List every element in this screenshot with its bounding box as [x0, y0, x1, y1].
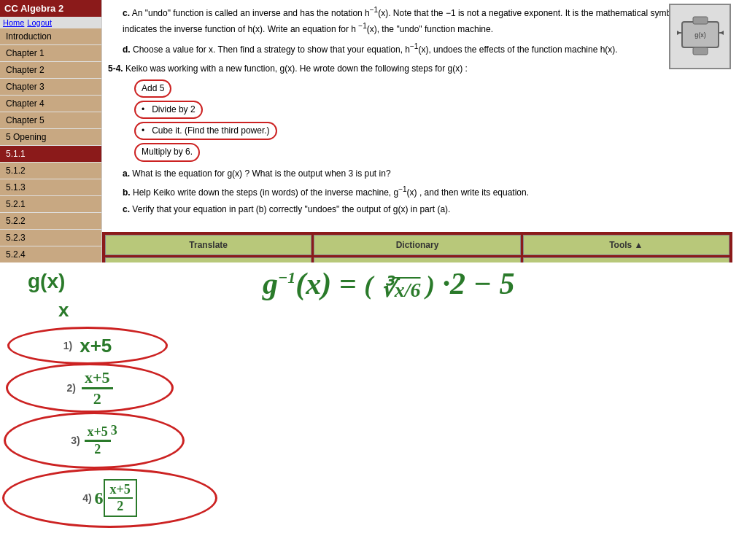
sidebar-item-chapter5[interactable]: Chapter 5 — [0, 112, 101, 129]
problem-c-text: c. An "undo" function is called an inver… — [123, 4, 731, 36]
qa-a: a. What is the equation for g(x) ? What … — [123, 167, 731, 181]
gx-label: g(x) — [28, 270, 65, 293]
dictionary-button[interactable]: Dictionary — [314, 235, 520, 255]
sidebar-item-chapter2[interactable]: Chapter 2 — [0, 62, 101, 79]
sidebar-item-513[interactable]: 5.1.3 — [0, 179, 101, 196]
content-area: c. An "undo" function is called an inver… — [102, 0, 740, 262]
problem-c-content: An "undo" function is called an inverse … — [123, 8, 695, 34]
step1-formula: x+5 — [80, 335, 112, 357]
svg-text:g(x): g(x) — [694, 31, 706, 39]
step4-oval: 4) 6 x+5 2 — [2, 468, 217, 528]
logout-link[interactable]: Logout — [27, 18, 52, 27]
handwriting-area: g(x) x 1) x+5 2) x+5 2 3) x+5 2 3 4) 6 x… — [0, 262, 747, 560]
step-divide2: • Divide by 2 — [134, 100, 731, 120]
svg-rect-2 — [693, 47, 708, 55]
home-link[interactable]: Home — [3, 18, 24, 27]
step2-numerator: x+5 — [82, 368, 113, 389]
qa-a-text: What is the equation for g(x) ? What is … — [132, 168, 390, 179]
sidebar-nav-links: Home Logout — [0, 17, 101, 28]
problem-d-content: Choose a value for x. Then find a strate… — [133, 44, 618, 55]
svg-marker-6 — [677, 31, 681, 35]
problem-54-intro: Keiko was working with a new function, g… — [125, 63, 468, 74]
sidebar-item-chapter3[interactable]: Chapter 3 — [0, 79, 101, 96]
step-divide2-label: • Divide by 2 — [134, 101, 203, 119]
step-multiply6: Multiply by 6. — [134, 142, 731, 162]
sidebar-item-521[interactable]: 5.2.1 — [0, 196, 101, 213]
problem-54-header: 5-4. Keiko was working with a new functi… — [108, 62, 731, 76]
step-add5-label: Add 5 — [134, 79, 171, 98]
step4-denominator: 2 — [117, 499, 123, 514]
step3-exponent: 3 — [111, 423, 117, 438]
svg-marker-7 — [720, 31, 724, 35]
step1-oval: 1) x+5 — [7, 327, 168, 365]
qa-c: c. Verify that your equation in part (b)… — [123, 203, 731, 217]
formula1: g−1(x) = ( ∛x/6 ) ·2 − 5 — [263, 266, 514, 301]
content-inner: c. An "undo" function is called an inver… — [102, 0, 740, 225]
step4-coeff: 6 — [95, 489, 104, 508]
machine-diagram: g(x) — [669, 4, 731, 69]
sidebar-item-512[interactable]: 5.1.2 — [0, 163, 101, 179]
sidebar-title: CC Algebra 2 — [0, 0, 101, 17]
sidebar-item-introduction[interactable]: Introduction — [0, 28, 101, 45]
x-label: x — [58, 299, 69, 322]
step-add5: Add 5 — [134, 79, 731, 98]
problem-c: c. An "undo" function is called an inver… — [108, 4, 731, 36]
tools-button[interactable]: Tools ▲ — [523, 235, 729, 255]
steps-list: Add 5 • Divide by 2 • Cube it. (Find the… — [134, 79, 731, 163]
step3-oval: 3) x+5 2 3 — [4, 412, 185, 469]
step-cube-label: • Cube it. (Find the third power.) — [134, 122, 277, 140]
step2-oval: 2) x+5 2 — [6, 363, 174, 413]
sidebar-item-5opening[interactable]: 5 Opening — [0, 129, 101, 146]
step2-denominator: 2 — [93, 389, 101, 408]
problem-d-text: d. Choose a value for x. Then find a str… — [123, 41, 731, 57]
qa-b: b. Help Keiko write down the steps (in w… — [123, 184, 731, 200]
qa-b-text: Help Keiko write down the steps (in word… — [133, 187, 529, 198]
step-cube: • Cube it. (Find the third power.) — [134, 121, 731, 141]
step3-numerator: x+5 — [85, 424, 111, 442]
sidebar-item-chapter1[interactable]: Chapter 1 — [0, 45, 101, 62]
sidebar-item-524[interactable]: 5.2.4 — [0, 246, 101, 263]
step3-denominator: 2 — [94, 442, 101, 457]
qa-c-text: Verify that your equation in part (b) co… — [132, 204, 450, 214]
sidebar-item-522[interactable]: 5.2.2 — [0, 213, 101, 230]
step-multiply6-label: Multiply by 6. — [134, 143, 200, 161]
sidebar-item-511[interactable]: 5.1.1 — [0, 146, 101, 163]
sidebar-item-chapter4[interactable]: Chapter 4 — [0, 96, 101, 112]
problem-d: d. Choose a value for x. Then find a str… — [108, 41, 731, 57]
problem-54: 5-4. Keiko was working with a new functi… — [108, 62, 731, 217]
svg-rect-1 — [693, 17, 708, 24]
machine-svg: g(x) — [675, 11, 726, 62]
translate-button[interactable]: Translate — [105, 235, 311, 255]
step4-numerator: x+5 — [108, 482, 133, 499]
sidebar-item-523[interactable]: 5.2.3 — [0, 230, 101, 246]
